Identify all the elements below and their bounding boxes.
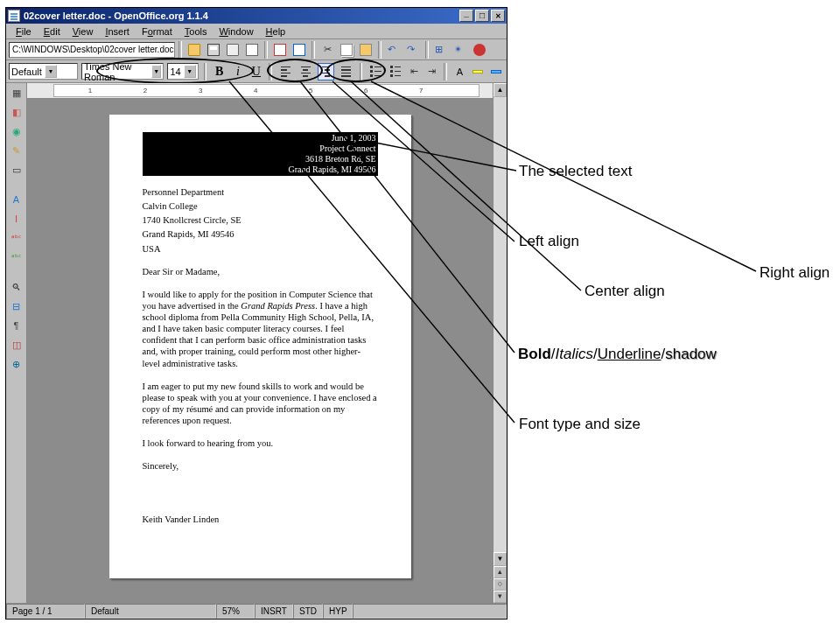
bulleted-list-button[interactable] [388,63,403,80]
font-name-select[interactable]: Times New Roman▼ [81,63,164,80]
minimize-button[interactable] [459,10,473,22]
graphics-tool-icon[interactable]: ◫ [9,337,24,353]
mail-button[interactable] [243,41,261,59]
status-std[interactable]: STD [293,604,323,619]
callout-center-align: Center align [584,283,665,300]
callout-left-align: Left align [519,233,579,250]
menu-window[interactable]: Window [213,25,259,38]
close-button[interactable] [491,10,505,22]
status-fill [353,604,507,619]
callout-font-size: Font type and size [519,416,640,433]
align-left-button[interactable] [277,63,294,80]
paste-button[interactable] [357,41,374,59]
hyperlink-button[interactable]: ✴ [452,41,469,59]
font-color-button[interactable]: A [452,63,467,80]
table-tool-icon[interactable]: ▦ [9,85,24,101]
sender-addr2: Grand Rapids, MI 49506 [144,164,376,175]
vertical-scrollbar[interactable]: ▲ ▼ ▴ ○ ▾ [493,83,507,603]
menu-tools[interactable]: Tools [178,25,214,38]
print-button[interactable] [290,41,308,59]
align-right-button[interactable] [318,63,334,80]
save-button[interactable] [205,41,222,59]
form-tool-icon[interactable]: ▭ [9,162,24,178]
background-color-button[interactable] [489,63,504,80]
signature: Keith Vander Linden [143,514,378,525]
gallery-button[interactable] [471,41,488,59]
sender-date: June 1, 2003 [144,133,376,144]
cursor-tool-icon[interactable]: I [9,211,24,227]
ruler-tick: 5 [309,87,312,94]
scroll-track[interactable] [494,97,507,552]
scroll-up-button[interactable]: ▲ [494,83,507,97]
status-hyp[interactable]: HYP [323,604,353,619]
callout-right-align: Right align [760,264,830,282]
insert-tool-icon[interactable]: ◧ [9,104,24,120]
copy-button[interactable] [338,41,355,59]
nonprint-tool-icon[interactable]: ¶ [9,318,24,333]
font-size-select[interactable]: 14▼ [167,63,198,80]
prev-page-button[interactable]: ▴ [494,566,507,578]
navigator-button[interactable]: ⊞ [432,41,450,59]
find-tool-icon[interactable]: 🔍︎ [9,279,24,295]
formatting-toolbar: Default▼ Times New Roman▼ 14▼ B i U ⇤ ⇥ … [6,60,507,83]
next-page-button[interactable]: ▾ [494,591,507,603]
autospell-tool-icon[interactable]: ᵃᵇᶜ [9,249,24,265]
horizontal-ruler[interactable]: 1 2 3 4 5 6 7 [27,83,493,99]
ruler-tick: 2 [144,87,147,94]
spellcheck-tool-icon[interactable]: ᵃᵇᶜ [9,230,24,246]
sender-addr1: 3618 Breton Rd, SE [144,154,376,164]
recipient-line: Personnel Department [143,186,378,198]
align-justify-button[interactable] [338,63,354,80]
page[interactable]: June 1, 2003 Project Connect 3618 Breton… [109,115,411,578]
paragraph-style-select[interactable]: Default▼ [9,63,78,80]
menu-edit[interactable]: Edit [38,25,66,38]
font-tool-icon[interactable]: A [9,192,24,207]
ruler-tick: 7 [419,87,423,94]
selected-text-block[interactable]: June 1, 2003 Project Connect 3618 Breton… [143,132,378,176]
cut-button[interactable]: ✂ [318,41,336,59]
numbered-list-button[interactable] [368,63,383,80]
document-icon [8,10,20,22]
status-insert[interactable]: INSRT [255,604,293,619]
fields-tool-icon[interactable]: ◉ [9,123,24,139]
nav-button[interactable]: ○ [494,578,507,591]
menu-file[interactable]: File [10,25,38,38]
recipient-line: Calvin College [143,200,378,212]
scroll-down-button[interactable]: ▼ [494,552,507,566]
menu-help[interactable]: Help [260,25,292,38]
font-value: Times New Roman [84,61,149,82]
status-zoom[interactable]: 57% [216,604,255,619]
maximize-button[interactable] [475,10,489,22]
underline-button[interactable]: U [248,63,263,80]
decrease-indent-button[interactable]: ⇤ [407,63,421,80]
document-area[interactable]: June 1, 2003 Project Connect 3618 Breton… [27,99,493,603]
ruler-tick: 1 [88,87,92,94]
body-paragraph: I am eager to put my new found skills to… [143,381,378,427]
bold-button[interactable]: B [212,63,227,80]
url-path-text: C:\WINDOWS\Desktop\02cover letter.doc [12,45,174,54]
body-paragraph: I would like to apply for the position i… [143,289,378,369]
open-button[interactable] [186,41,203,59]
align-center-button[interactable] [298,63,314,80]
closing-line: Sincerely, [143,460,378,472]
menu-insert[interactable]: Insert [99,25,136,38]
increase-indent-button[interactable]: ⇥ [424,63,438,80]
sender-org: Project Connect [144,144,376,154]
callout-biu: Bold/Italics/Underline/shadow [518,346,717,363]
datasource-tool-icon[interactable]: ⊟ [9,298,24,314]
draw-tool-icon[interactable]: ✎ [9,143,24,158]
menu-format[interactable]: Format [136,25,178,38]
redo-button[interactable]: ↷ [404,41,422,59]
url-path-field[interactable]: C:\WINDOWS\Desktop\02cover letter.doc ▼ [9,42,175,58]
edit-button[interactable] [224,41,242,59]
menu-view[interactable]: View [66,25,100,38]
status-page: Page 1 / 1 [6,604,85,619]
undo-button[interactable]: ↶ [385,41,402,59]
web-tool-icon[interactable]: ⊕ [9,356,24,372]
italic-button[interactable]: i [230,63,245,80]
salutation: Dear Sir or Madame, [143,266,378,277]
highlight-color-button[interactable] [471,63,486,80]
status-style: Default [85,604,216,619]
application-window: 02cover letter.doc - OpenOffice.org 1.1.… [5,7,508,620]
export-pdf-button[interactable] [271,41,289,59]
